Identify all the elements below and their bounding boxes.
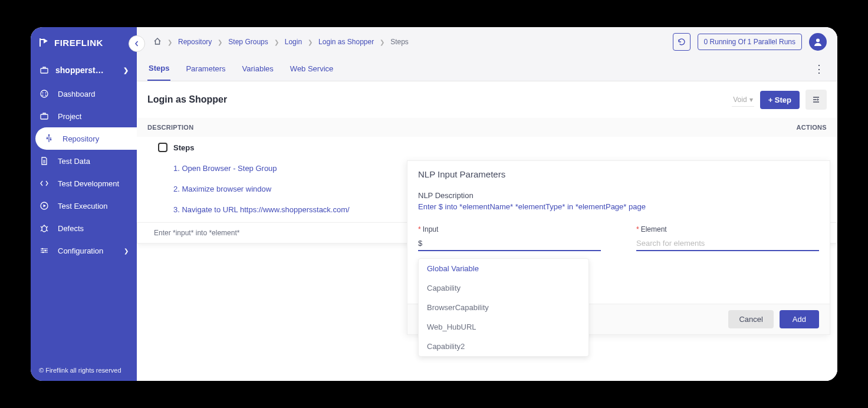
breadcrumb: ❯ Repository ❯ Step Groups ❯ Login ❯ Log… [153, 37, 409, 47]
add-button[interactable]: Add [780, 310, 819, 328]
settings-icon [39, 245, 50, 256]
dropdown-item[interactable]: Capability [419, 278, 588, 298]
sidebar-item-test-data[interactable]: Test Data [31, 150, 137, 172]
panel-title: NLP Input Parameters [407, 161, 830, 183]
sidebar-item-label: Test Development [58, 179, 119, 188]
sidebar-item-label: Configuration [58, 246, 103, 255]
element-field-label: * Element [636, 225, 819, 233]
chevron-right-icon: ❯ [123, 67, 129, 74]
project-selector[interactable]: shopperst… ❯ [31, 58, 137, 83]
svg-point-11 [42, 226, 47, 232]
tab-steps[interactable]: Steps [147, 57, 170, 81]
more-menu-icon[interactable]: ⋮ [814, 57, 827, 81]
bug-icon [39, 223, 50, 233]
breadcrumb-item: Steps [390, 38, 409, 46]
brand-logo: FIREFLINK [31, 27, 137, 58]
code-icon [39, 178, 50, 189]
input-suggestions-dropdown: Global Variable Capability BrowserCapabi… [418, 258, 589, 357]
caret-down-icon: ▾ [749, 96, 753, 104]
page-title: Login as Shopper [147, 94, 227, 105]
svg-point-15 [816, 39, 820, 42]
home-icon[interactable] [153, 37, 162, 47]
column-description: DESCRIPTION [147, 124, 774, 131]
sidebar-footer: © Fireflink all rights reserved [31, 360, 137, 381]
dropdown-item[interactable]: Web_HubURL [419, 317, 588, 337]
sidebar-item-project[interactable]: Project [31, 105, 137, 127]
svg-point-3 [45, 93, 47, 94]
runs-badge[interactable]: 0 Running Of 1 Parallel Runs [698, 34, 802, 50]
svg-point-4 [42, 95, 44, 96]
file-icon [39, 156, 50, 166]
play-icon [39, 200, 50, 211]
sidebar-item-dashboard[interactable]: Dashboard [31, 83, 137, 105]
nlp-input-parameters-panel: NLP Input Parameters NLP Description Ent… [407, 160, 830, 335]
svg-point-8 [47, 138, 48, 140]
breadcrumb-item[interactable]: Login [285, 38, 302, 46]
required-star-icon: * [418, 225, 421, 233]
chevron-right-icon: ❯ [218, 39, 222, 45]
nlp-description-text: Enter $ into *elementName* *elementType*… [418, 202, 819, 211]
svg-rect-0 [41, 68, 48, 73]
steps-checkbox[interactable] [158, 143, 167, 152]
tab-parameters[interactable]: Parameters [185, 57, 226, 80]
dropdown-item[interactable]: Global Variable [419, 259, 588, 278]
sidebar-item-label: Defects [58, 224, 84, 233]
dropdown-item[interactable]: BrowserCapability [419, 298, 588, 317]
repository-icon [44, 133, 54, 144]
sidebar-item-label: Dashboard [58, 90, 96, 98]
cancel-button[interactable]: Cancel [728, 310, 773, 328]
column-actions: ACTIONS [774, 124, 827, 131]
project-name: shopperst… [55, 65, 104, 75]
dashboard-icon [39, 88, 50, 99]
sidebar-item-defects[interactable]: Defects [31, 217, 137, 239]
chevron-right-icon: ❯ [308, 39, 313, 45]
brand-name: FIREFLINK [54, 38, 103, 48]
input-field[interactable] [418, 236, 601, 251]
refresh-button[interactable] [673, 33, 691, 51]
tab-web-service[interactable]: Web Service [289, 57, 334, 80]
nlp-description-label: NLP Description [418, 191, 819, 200]
svg-rect-6 [41, 114, 48, 119]
sidebar-item-test-development[interactable]: Test Development [31, 172, 137, 195]
chevron-right-icon: ❯ [380, 39, 384, 45]
briefcase-icon [39, 65, 50, 75]
svg-point-13 [45, 250, 47, 252]
svg-point-5 [45, 95, 47, 96]
sidebar-item-label: Test Data [58, 157, 90, 166]
chevron-right-icon: ❯ [167, 39, 172, 45]
sidebar-item-label: Test Execution [58, 202, 108, 210]
input-field-label: * Input [418, 225, 601, 233]
return-type-select[interactable]: Void ▾ [732, 93, 754, 107]
tab-variables[interactable]: Variables [241, 57, 275, 80]
required-star-icon: * [636, 225, 639, 233]
chevron-right-icon: ❯ [124, 248, 129, 254]
svg-point-14 [42, 252, 44, 254]
fireflink-logo-icon [38, 37, 50, 48]
breadcrumb-item[interactable]: Step Groups [228, 38, 268, 46]
svg-point-1 [41, 90, 48, 97]
collapse-sidebar-icon[interactable] [805, 90, 827, 110]
sidebar-item-test-execution[interactable]: Test Execution [31, 195, 137, 217]
svg-point-12 [42, 248, 44, 250]
svg-point-7 [48, 134, 50, 136]
breadcrumb-item[interactable]: Repository [178, 38, 212, 46]
sidebar-item-repository[interactable]: Repository [35, 127, 137, 150]
briefcase-icon [39, 111, 50, 121]
sidebar-item-configuration[interactable]: Configuration ❯ [31, 239, 137, 262]
sidebar-item-label: Repository [63, 134, 99, 143]
element-field[interactable] [636, 236, 819, 251]
chevron-right-icon: ❯ [274, 39, 279, 45]
svg-point-2 [42, 93, 44, 94]
add-step-button[interactable]: + Step [760, 91, 800, 109]
breadcrumb-item[interactable]: Login as Shopper [318, 38, 374, 46]
avatar[interactable] [809, 33, 827, 51]
steps-root-label: Steps [173, 143, 194, 152]
dropdown-item[interactable]: Capability2 [419, 337, 588, 356]
sidebar-collapse-button[interactable] [129, 35, 145, 52]
return-type-label: Void [733, 96, 747, 104]
svg-point-9 [50, 139, 52, 141]
sidebar-item-label: Project [58, 112, 81, 121]
